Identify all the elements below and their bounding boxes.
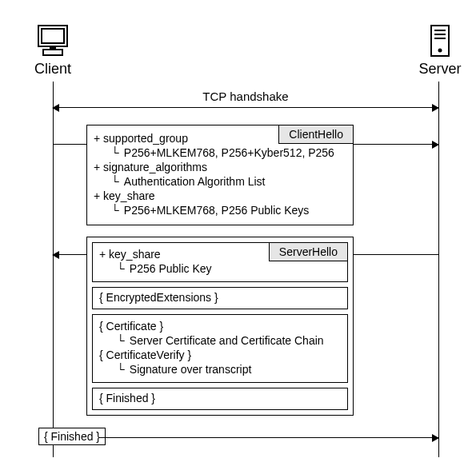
sh-key-share-val: P256 Public Key <box>117 262 341 275</box>
server-finished-box: { Finished } <box>92 388 348 410</box>
client-finished-label: { Finished } <box>44 430 100 443</box>
encrypted-extensions-box: { EncryptedExtensions } <box>92 287 348 309</box>
ch-sig-algs: + signature_algorithms <box>94 161 346 173</box>
tcp-handshake-label: TCP handshake <box>53 90 438 103</box>
client-hello-box: ClientHello + supported_group P256+MLKEM… <box>86 125 354 225</box>
ch-key-share-val: P256+MLKEM768, P256 Public Keys <box>111 204 346 217</box>
server-hello-arrow <box>53 254 86 255</box>
client-lifeline <box>53 82 54 457</box>
server-lifeline <box>438 82 439 457</box>
server-finished-label: { Finished } <box>99 392 155 404</box>
server-icon <box>408 19 472 58</box>
server-response-group: ServerHello + key_share P256 Public Key … <box>86 237 354 416</box>
client-endpoint: Client <box>21 19 85 78</box>
client-label: Client <box>21 61 85 78</box>
server-hello-box: ServerHello + key_share P256 Public Key <box>92 242 348 282</box>
client-hello-arrow <box>354 144 438 145</box>
certificate-verify-val: Signature over transcript <box>117 363 341 376</box>
client-hello-arrow <box>53 144 86 145</box>
ch-key-share: + key_share <box>94 189 346 202</box>
client-finished-box: { Finished } <box>38 428 106 445</box>
certificate-val: Server Certificate and Certificate Chain <box>117 334 341 347</box>
server-label: Server <box>408 61 472 78</box>
server-hello-arrow <box>354 254 438 255</box>
svg-point-8 <box>438 49 442 53</box>
computer-icon <box>21 19 85 58</box>
certificate-box: { Certificate } Server Certificate and C… <box>92 314 348 383</box>
certificate-label: { Certificate } <box>99 320 341 333</box>
client-hello-badge: ClientHello <box>278 125 354 144</box>
encrypted-extensions-label: { EncryptedExtensions } <box>99 291 218 304</box>
client-finished-arrow <box>99 437 438 438</box>
ch-supported-group-val: P256+MLKEM768, P256+Kyber512, P256 <box>111 146 346 159</box>
svg-rect-2 <box>43 50 62 55</box>
svg-rect-1 <box>42 29 64 43</box>
ch-sig-algs-val: Authentication Algorithm List <box>111 175 346 188</box>
tcp-handshake-arrow <box>53 107 438 108</box>
server-endpoint: Server <box>408 19 472 78</box>
server-hello-badge: ServerHello <box>269 242 348 261</box>
certificate-verify-label: { CertificateVerify } <box>99 349 341 361</box>
svg-rect-3 <box>50 46 56 50</box>
